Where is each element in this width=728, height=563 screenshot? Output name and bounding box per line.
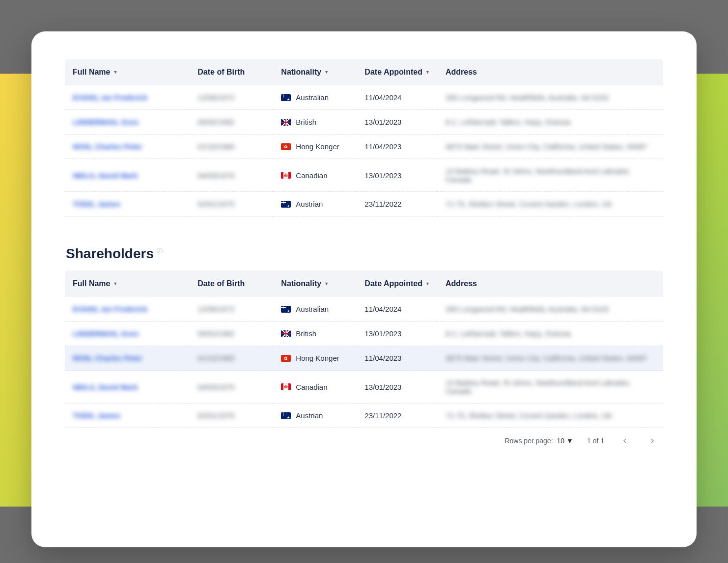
flag-icon xyxy=(281,383,291,390)
nationality-label: Australian xyxy=(296,93,329,102)
cell-dob: 01/10/1960 xyxy=(197,354,234,362)
cell-nationality: Australian xyxy=(281,305,349,313)
col-header-label: Full Name xyxy=(73,68,110,77)
flag-icon xyxy=(281,412,291,419)
col-header-appointed[interactable]: Date Appointed ▼ xyxy=(357,270,438,297)
nationality-label: Australian xyxy=(296,305,329,313)
flag-icon xyxy=(281,306,291,313)
cell-dob: 02/01/1975 xyxy=(197,200,234,208)
section-title-text: Shareholders xyxy=(66,246,154,262)
chevron-right-icon xyxy=(648,437,656,445)
col-header-full-name[interactable]: Full Name ▼ xyxy=(65,59,190,85)
cell-full-name[interactable]: EVANS, Ian Frederick xyxy=(73,305,147,313)
cell-address: 71-75, Shelton Street, Covent Garden, Lo… xyxy=(446,200,612,208)
table-row[interactable]: WON, Charles Peter01/10/1960Hong Konger1… xyxy=(65,134,663,159)
cell-address: 8-2, Lehberradi, Tallinn, Harju, Estonia xyxy=(446,118,571,126)
nationality-label: Austrian xyxy=(296,411,323,420)
sort-caret-icon: ▼ xyxy=(425,70,430,75)
table-row[interactable]: TODD, James02/01/1975Austrian23/11/20227… xyxy=(65,192,663,216)
cell-address: 4875 Main Street, Union City, California… xyxy=(446,354,647,362)
table-row[interactable]: WON, Charles Peter01/10/1960Hong Konger1… xyxy=(65,346,663,371)
cell-address: 13 Battery Road, St Johns, Newfoundland … xyxy=(446,378,631,395)
cell-dob: 05/02/1982 xyxy=(197,329,234,338)
pagination-bar: Rows per page: 10 ▼ 1 of 1 xyxy=(65,428,663,448)
col-header-label: Date Appointed xyxy=(364,68,422,77)
table-row[interactable]: EVANS, Ian Frederick12/06/1972Australian… xyxy=(65,85,663,110)
cell-address: 13 Battery Road, St Johns, Newfoundland … xyxy=(446,167,631,184)
nationality-label: British xyxy=(296,118,316,126)
chevron-left-icon xyxy=(621,437,629,445)
flag-icon xyxy=(281,330,291,337)
directors-table: Full Name ▼ Date of Birth Nationality ▼ xyxy=(65,59,663,216)
col-header-nationality[interactable]: Nationality ▼ xyxy=(273,270,357,297)
cell-full-name[interactable]: WON, Charles Peter xyxy=(73,142,142,151)
cell-dob: 12/06/1972 xyxy=(197,93,234,102)
chevron-down-icon: ▼ xyxy=(566,437,573,445)
cell-appointed: 13/01/2023 xyxy=(364,171,401,180)
nationality-label: British xyxy=(296,329,316,338)
info-icon[interactable]: ⓘ xyxy=(157,247,163,255)
col-header-label: Date of Birth xyxy=(197,279,245,288)
col-header-address: Address xyxy=(438,270,663,297)
cell-address: 283 Longwood Rd, Healthfield, Australia,… xyxy=(446,305,609,313)
col-header-dob: Date of Birth xyxy=(190,59,273,85)
cell-appointed: 23/11/2022 xyxy=(364,411,401,420)
rows-per-page-label: Rows per page: xyxy=(504,437,553,445)
table-row[interactable]: LINDERMAN, Sven05/02/1982British13/01/20… xyxy=(65,322,663,346)
cell-appointed: 13/01/2023 xyxy=(364,329,401,338)
table-row[interactable]: LINDERMAN, Sven05/02/1982British13/01/20… xyxy=(65,110,663,134)
cell-address: 4875 Main Street, Union City, California… xyxy=(446,142,647,151)
col-header-full-name[interactable]: Full Name ▼ xyxy=(65,270,190,297)
rows-per-page-select[interactable]: 10 ▼ xyxy=(557,437,573,445)
col-header-nationality[interactable]: Nationality ▼ xyxy=(273,59,357,85)
cell-dob: 12/06/1972 xyxy=(197,305,234,313)
nationality-label: Hong Konger xyxy=(296,354,339,362)
cell-nationality: British xyxy=(281,118,349,126)
shareholders-table-wrap: Full Name ▼ Date of Birth Nationality ▼ xyxy=(65,270,663,448)
cell-full-name[interactable]: NEILS, David Mark xyxy=(73,383,138,391)
cell-full-name[interactable]: EVANS, Ian Frederick xyxy=(73,93,147,102)
prev-page-button[interactable] xyxy=(618,434,632,448)
shareholders-table: Full Name ▼ Date of Birth Nationality ▼ xyxy=(65,270,663,428)
cell-appointed: 11/04/2023 xyxy=(364,142,401,151)
table-row[interactable]: TODD, James02/01/1975Austrian23/11/20227… xyxy=(65,403,663,428)
cell-full-name[interactable]: LINDERMAN, Sven xyxy=(73,329,139,338)
cell-full-name[interactable]: TODD, James xyxy=(73,411,120,420)
cell-appointed: 11/04/2024 xyxy=(364,305,401,313)
flag-icon xyxy=(281,172,291,179)
col-header-label: Date of Birth xyxy=(197,68,245,77)
cell-dob: 04/03/1975 xyxy=(197,383,234,391)
sort-caret-icon: ▼ xyxy=(324,70,329,75)
cell-full-name[interactable]: WON, Charles Peter xyxy=(73,354,142,362)
nationality-label: Austrian xyxy=(296,200,323,208)
cell-address: 8-2, Lehberradi, Tallinn, Harju, Estonia xyxy=(446,329,571,338)
table-row[interactable]: NEILS, David Mark04/03/1975Canadian13/01… xyxy=(65,371,663,403)
col-header-label: Nationality xyxy=(281,68,321,77)
cell-full-name[interactable]: TODD, James xyxy=(73,200,120,208)
cell-nationality: Australian xyxy=(281,93,349,102)
flag-icon xyxy=(281,201,291,208)
rows-per-page-value: 10 xyxy=(557,437,565,445)
cell-nationality: Austrian xyxy=(281,200,349,208)
cell-nationality: Hong Konger xyxy=(281,142,349,151)
cell-address: 283 Longwood Rd, Healthfield, Australia,… xyxy=(446,93,609,102)
page-range-label: 1 of 1 xyxy=(587,437,604,445)
cell-dob: 02/01/1975 xyxy=(197,411,234,420)
table-row[interactable]: NEILS, David Mark04/03/1975Canadian13/01… xyxy=(65,159,663,192)
directors-table-wrap: Full Name ▼ Date of Birth Nationality ▼ xyxy=(65,59,663,216)
next-page-button[interactable] xyxy=(645,434,659,448)
nationality-label: Canadian xyxy=(296,383,327,391)
rows-per-page: Rows per page: 10 ▼ xyxy=(504,437,573,445)
flag-icon xyxy=(281,355,291,362)
col-header-appointed[interactable]: Date Appointed ▼ xyxy=(357,59,438,85)
cell-nationality: Canadian xyxy=(281,383,349,391)
nationality-label: Canadian xyxy=(296,171,327,180)
table-row[interactable]: EVANS, Ian Frederick12/06/1972Australian… xyxy=(65,297,663,322)
cell-full-name[interactable]: NEILS, David Mark xyxy=(73,171,138,180)
cell-full-name[interactable]: LINDERMAN, Sven xyxy=(73,118,139,126)
nationality-label: Hong Konger xyxy=(296,142,339,151)
shareholders-heading: Shareholders ⓘ xyxy=(66,246,663,262)
col-header-label: Full Name xyxy=(73,279,110,288)
cell-appointed: 23/11/2022 xyxy=(364,200,401,208)
cell-dob: 05/02/1982 xyxy=(197,118,234,126)
